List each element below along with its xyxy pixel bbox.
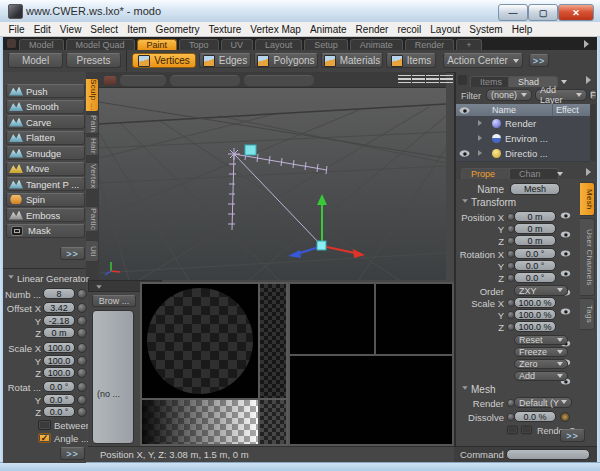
tool-spin[interactable]: Spin	[6, 193, 85, 207]
menu-texture[interactable]: Texture	[204, 22, 246, 37]
side-tab-tags[interactable]: Tags	[580, 298, 595, 330]
viewport-layout-icon-3[interactable]	[426, 75, 439, 84]
tool-tab-utilities[interactable]: Uti ...	[86, 240, 99, 262]
reset-button[interactable]: Reset	[514, 335, 568, 345]
position-x-field[interactable]: 0 m	[514, 211, 556, 222]
lg-rotate-y-dial[interactable]	[77, 395, 87, 405]
tree-header-eye-icon[interactable]	[460, 107, 470, 113]
lg-offset-z-field[interactable]: 0 m	[43, 327, 75, 338]
tool-push[interactable]: Push	[6, 84, 85, 98]
scale-y-field[interactable]: 100.0 %	[514, 309, 556, 320]
minimize-button[interactable]: —	[498, 4, 528, 21]
lg-number-field[interactable]: 8	[43, 288, 75, 299]
lg-offset-y-field[interactable]: -2.18	[43, 315, 75, 326]
lg-scale-x-dial[interactable]	[77, 343, 87, 353]
preview-cell-bottom[interactable]	[290, 356, 452, 444]
lg-rotate-z-dial[interactable]	[77, 407, 87, 417]
tool-smooth[interactable]: Smooth	[6, 100, 85, 114]
layout-tab-animate[interactable]: Animate	[350, 39, 403, 50]
tool-carve[interactable]: Carve	[6, 115, 85, 129]
filter-dropdown[interactable]: (none)	[486, 89, 532, 101]
mesh-section-header[interactable]: Mesh	[461, 384, 495, 395]
tree-column-name[interactable]: Name	[492, 104, 516, 116]
menu-vertex-map[interactable]: Vertex Map	[246, 22, 306, 37]
close-button[interactable]: ✕	[558, 4, 594, 21]
between-checkbox[interactable]	[38, 420, 51, 430]
tab-overflow-right-icon[interactable]	[586, 76, 595, 84]
browse-button[interactable]: Brow ...	[92, 295, 136, 307]
tool-tab-particles[interactable]: Partic ...	[86, 206, 99, 232]
rotation-z-eye-icon[interactable]	[561, 309, 570, 315]
gradient-ramp-preview[interactable]	[142, 400, 258, 444]
menu-help[interactable]: Help	[507, 22, 537, 37]
order-dropdown[interactable]: ZXY	[514, 285, 568, 296]
dissolve-dial[interactable]	[560, 412, 570, 422]
menu-geometry[interactable]: Geometry	[151, 22, 204, 37]
model-button[interactable]: Model	[8, 53, 63, 68]
preset-collapse-icon[interactable]	[96, 285, 102, 291]
tree-scrollbar[interactable]	[590, 104, 596, 161]
tool-mask[interactable]: Mask	[6, 224, 85, 238]
preview-cell-top-left[interactable]	[290, 284, 374, 354]
side-tab-user-channels[interactable]: User Channels	[580, 218, 595, 296]
lg-rotate-y-field[interactable]: 0.0 °	[43, 394, 75, 405]
menu-edit[interactable]: Edit	[29, 22, 55, 37]
scale-x-field[interactable]: 100.0 %	[514, 297, 556, 308]
tools-overflow-button[interactable]: >>	[60, 247, 85, 260]
viewport-layout-icon-1[interactable]	[398, 75, 411, 84]
falloff-strip-preview[interactable]	[260, 284, 286, 398]
mesh-name-field[interactable]: Mesh	[510, 183, 560, 195]
layout-tab-model[interactable]: Model	[19, 39, 64, 50]
layout-tab-layout[interactable]: Layout	[255, 39, 302, 50]
viewport-layout-icon-4[interactable]	[440, 75, 453, 84]
tool-move[interactable]: Move	[6, 162, 85, 176]
mode-polygons-button[interactable]: Polygons	[254, 53, 318, 68]
toolbar-overflow-button[interactable]: >>	[529, 54, 549, 67]
layout-tab-render[interactable]: Render	[405, 39, 455, 50]
action-center-dropdown[interactable]: Action Center	[443, 53, 523, 68]
tab-overflow-arrow-icon[interactable]	[584, 40, 593, 48]
menu-recoil[interactable]: recoil	[393, 22, 426, 37]
position-y-field[interactable]: 0 m	[514, 223, 556, 234]
panel-corner-icon[interactable]	[458, 75, 467, 85]
transform-section-header[interactable]: Transform	[461, 197, 516, 208]
side-tab-mesh[interactable]: Mesh	[580, 182, 595, 216]
menu-file[interactable]: File	[4, 22, 29, 37]
lg-rotate-x-field[interactable]: 0.0 °	[43, 381, 75, 392]
viewport-canvas[interactable]	[99, 88, 446, 280]
viewport-dropdown-1[interactable]	[120, 75, 166, 86]
filter-f-button[interactable]: F	[589, 89, 597, 101]
properties-tab-caret-icon[interactable]	[557, 172, 563, 179]
freeze-button[interactable]: Freeze	[514, 347, 568, 357]
menu-view[interactable]: View	[55, 22, 86, 37]
viewport-dropdown-2[interactable]	[170, 75, 240, 86]
rotation-x-eye-icon[interactable]	[561, 271, 570, 277]
lg-number-dial[interactable]	[77, 289, 87, 299]
layout-tab-topo[interactable]: Topo	[179, 39, 219, 50]
layout-tab-model-quad[interactable]: Model Quad	[66, 39, 135, 50]
tool-tab-sculpt[interactable]: Sculp ...	[86, 78, 99, 112]
mode-edges-button[interactable]: Edges	[199, 53, 251, 68]
tool-emboss[interactable]: Emboss	[6, 208, 85, 222]
presets-button[interactable]: Presets	[66, 53, 121, 68]
mode-items-button[interactable]: Items	[386, 53, 436, 68]
properties-tab-overflow-icon[interactable]	[586, 168, 595, 176]
lg-offset-z-dial[interactable]	[77, 328, 87, 338]
zero-button[interactable]: Zero	[514, 359, 568, 369]
lg-scale-y-dial[interactable]	[77, 356, 87, 366]
title-bar[interactable]: www.CWER.ws.lxo* - modo — ▢ ✕	[0, 0, 600, 23]
tab-properties[interactable]: Prope ...	[461, 168, 515, 179]
render-expand-icon[interactable]	[478, 120, 485, 126]
properties-overflow-button[interactable]: >>	[560, 429, 585, 442]
lg-offset-y-dial[interactable]	[77, 316, 87, 326]
menu-render[interactable]: Render	[351, 22, 393, 37]
tree-row-render[interactable]: Render	[456, 116, 590, 132]
dissolve-field[interactable]: 0.0 %	[514, 411, 556, 422]
linear-generator-overflow-button[interactable]: >>	[60, 447, 85, 460]
lg-scale-z-field[interactable]: 100.0	[43, 367, 75, 378]
add-layer-dropdown[interactable]: Add Layer	[535, 89, 587, 101]
layout-tab-add[interactable]: +	[456, 39, 481, 50]
tool-tab-hair[interactable]: Hair ...	[86, 136, 99, 156]
rotation-z-field[interactable]: 0.0 °	[514, 272, 556, 283]
render-curves-checkbox[interactable]	[521, 426, 532, 435]
